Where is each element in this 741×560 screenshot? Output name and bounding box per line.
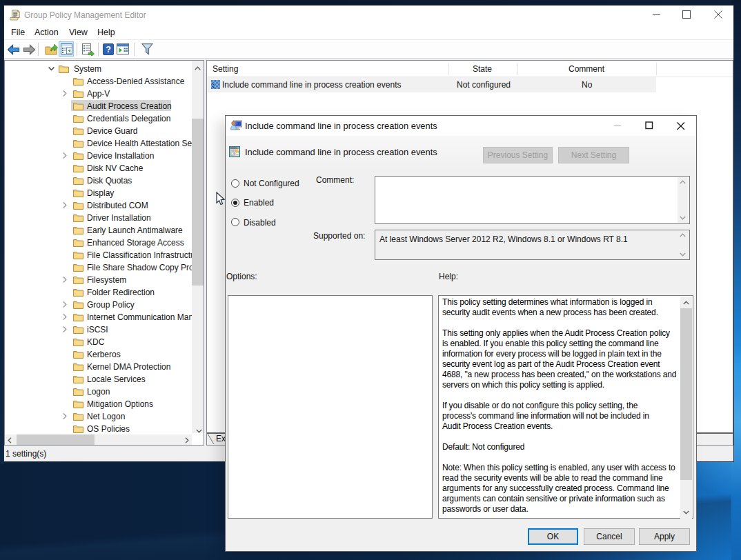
svg-text:?: ? [106, 45, 111, 54]
